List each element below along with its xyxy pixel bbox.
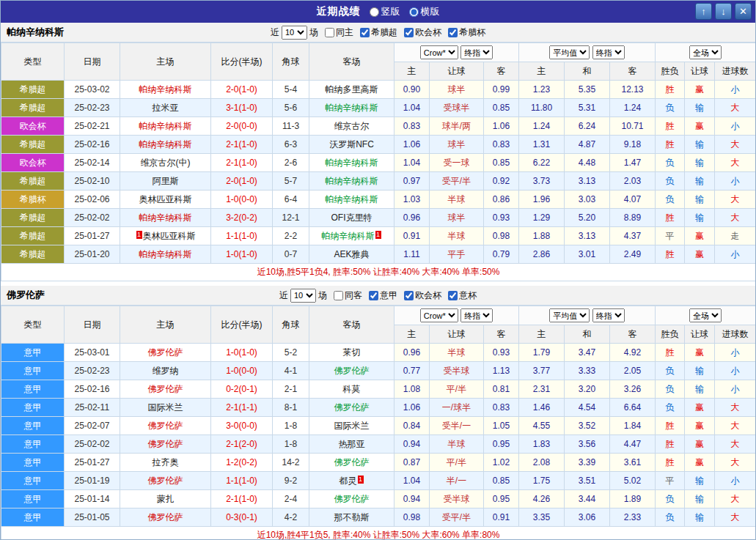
close-button[interactable]: ✕ [735, 3, 752, 20]
away-team-cell[interactable]: OFI克里特 [309, 209, 394, 227]
score-cell[interactable]: 2-1(1-1) [211, 399, 273, 417]
league-filter-checkbox[interactable]: 欧会杯 [404, 26, 441, 39]
score-cell[interactable]: 1-0(1-0) [211, 245, 273, 264]
score-cell[interactable]: 1-0(0-0) [211, 362, 273, 380]
score-cell[interactable]: 2-0(1-0) [211, 172, 273, 191]
away-team-cell[interactable]: 都灵1 [309, 472, 394, 490]
handicap-odds-type-select[interactable]: 终指 [460, 45, 493, 59]
same-venue-checkbox[interactable]: 同主 [325, 26, 353, 39]
away-team-cell[interactable]: 佛罗伦萨 [309, 399, 394, 417]
home-team-cell[interactable]: 奥林匹亚科斯 [120, 191, 211, 209]
match-row: 意甲 25-01-27 拉齐奥 1-2(0-2) 14-2 佛罗伦萨 0.87 … [1, 454, 756, 472]
score-cell[interactable]: 2-1(1-0) [211, 154, 273, 172]
europe-odds-source-select[interactable]: 平均值 [549, 308, 590, 322]
score-cell[interactable]: 0-3(0-1) [211, 508, 273, 527]
bookmaker-select[interactable]: Crow* [420, 308, 458, 322]
score-cell[interactable]: 2-1(2-0) [211, 435, 273, 454]
away-team-cell[interactable]: 帕纳辛纳科斯1 [309, 227, 394, 245]
home-team-cell[interactable]: 1奥林匹亚科斯 [120, 227, 211, 245]
away-team-cell[interactable]: 帕纳辛纳科斯 [309, 154, 394, 172]
away-team-cell[interactable]: 帕纳多里高斯 [309, 81, 394, 99]
away-team-cell[interactable]: 帕纳辛纳科斯 [309, 172, 394, 191]
league-filter-checkbox-input[interactable] [404, 28, 414, 37]
away-team-cell[interactable]: 佛罗伦萨 [309, 490, 394, 508]
match-scope-select[interactable]: 全场 [689, 45, 722, 59]
score-cell[interactable]: 3-2(0-2) [211, 209, 273, 227]
match-count-select[interactable]: 10 [282, 26, 307, 40]
score-cell[interactable]: 2-1(1-0) [211, 136, 273, 154]
same-venue-checkbox[interactable]: 同客 [334, 289, 362, 302]
away-team-cell[interactable]: 帕纳辛纳科斯 [309, 191, 394, 209]
league-filter-checkbox[interactable]: 意甲 [369, 289, 397, 302]
league-filter-checkbox-input[interactable] [404, 291, 414, 300]
scroll-down-button[interactable]: ↓ [715, 3, 732, 20]
home-team-cell[interactable]: 维京古尔(中) [120, 154, 211, 172]
score-cell[interactable]: 0-2(0-1) [211, 380, 273, 399]
home-team-cell[interactable]: 佛罗伦萨 [120, 508, 211, 527]
league-filter-checkbox[interactable]: 欧会杯 [404, 289, 441, 302]
home-handicap-odds: 0.97 [394, 172, 430, 191]
home-team-cell[interactable]: 国际米兰 [120, 399, 211, 417]
home-team-cell[interactable]: 帕纳辛纳科斯 [120, 136, 211, 154]
away-team-cell[interactable]: 国际米兰 [309, 417, 394, 435]
league-filter-checkbox-input[interactable] [448, 291, 458, 300]
home-team-cell[interactable]: 佛罗伦萨 [120, 344, 211, 362]
bookmaker-select[interactable]: Crow* [420, 45, 458, 59]
away-team-cell[interactable]: 沃罗斯NFC [309, 136, 394, 154]
home-team-cell[interactable]: 帕纳辛纳科斯 [120, 245, 211, 264]
away-team-cell[interactable]: 佛罗伦萨 [309, 362, 394, 380]
home-team-cell[interactable]: 帕纳辛纳科斯 [120, 209, 211, 227]
vertical-radio-input[interactable] [370, 7, 379, 17]
home-team-cell[interactable]: 佛罗伦萨 [120, 472, 211, 490]
score-cell[interactable]: 2-0(0-0) [211, 117, 273, 136]
home-team-cell[interactable]: 维罗纳 [120, 362, 211, 380]
away-team-cell[interactable]: 帕纳辛纳科斯 [309, 99, 394, 117]
same-venue-checkbox-input[interactable] [325, 28, 334, 37]
league-filter-checkbox-input[interactable] [360, 28, 370, 37]
layout-radio-vertical[interactable]: 竖版 [370, 5, 400, 18]
europe-odds-type-select[interactable]: 终指 [592, 45, 625, 59]
europe-odds-source-select[interactable]: 平均值 [549, 45, 590, 59]
home-team-cell[interactable]: 拉齐奥 [120, 454, 211, 472]
home-team-cell[interactable]: 拉米亚 [120, 99, 211, 117]
match-count-select[interactable]: 10 [290, 289, 316, 303]
league-filter-checkbox-input[interactable] [448, 28, 458, 37]
score-cell[interactable]: 1-0(1-0) [211, 344, 273, 362]
league-filter-checkbox-input[interactable] [369, 291, 378, 300]
home-team-cell[interactable]: 蒙扎 [120, 490, 211, 508]
away-team-cell[interactable]: 佛罗伦萨 [309, 454, 394, 472]
home-team-cell[interactable]: 阿里斯 [120, 172, 211, 191]
score-cell[interactable]: 2-0(1-0) [211, 81, 273, 99]
same-venue-checkbox-input[interactable] [334, 291, 343, 300]
away-team-cell[interactable]: 热那亚 [309, 435, 394, 454]
europe-odds-type-select[interactable]: 终指 [592, 308, 625, 322]
home-team-cell[interactable]: 佛罗伦萨 [120, 380, 211, 399]
score-cell[interactable]: 1-0(0-0) [211, 191, 273, 209]
score-cell[interactable]: 1-1(1-0) [211, 472, 273, 490]
league-filter-checkbox[interactable]: 意杯 [448, 289, 477, 302]
score-cell[interactable]: 3-0(0-0) [211, 417, 273, 435]
home-team-cell[interactable]: 帕纳辛纳科斯 [120, 81, 211, 99]
score-cell[interactable]: 1-2(0-2) [211, 454, 273, 472]
horizontal-radio-input[interactable] [409, 7, 419, 17]
score-cell[interactable]: 1-1(1-0) [211, 227, 273, 245]
away-team-cell[interactable]: 维京古尔 [309, 117, 394, 136]
home-handicap-odds: 1.03 [394, 191, 430, 209]
corners-cell: 11-3 [273, 117, 309, 136]
away-team-cell[interactable]: 莱切 [309, 344, 394, 362]
score-cell[interactable]: 2-1(1-0) [211, 490, 273, 508]
league-filter-checkbox[interactable]: 希腊杯 [448, 26, 485, 39]
handicap-line: 受一球 [430, 154, 484, 172]
home-team-cell[interactable]: 佛罗伦萨 [120, 435, 211, 454]
layout-radio-horizontal[interactable]: 横版 [409, 5, 440, 18]
home-team-cell[interactable]: 佛罗伦萨 [120, 417, 211, 435]
league-filter-checkbox[interactable]: 希腊超 [360, 26, 397, 39]
away-team-cell[interactable]: 科莫 [309, 380, 394, 399]
away-team-cell[interactable]: AEK雅典 [309, 245, 394, 264]
scroll-up-button[interactable]: ↑ [695, 3, 712, 20]
score-cell[interactable]: 3-1(1-0) [211, 99, 273, 117]
away-team-cell[interactable]: 那不勒斯 [309, 508, 394, 527]
match-scope-select[interactable]: 全场 [689, 308, 722, 322]
home-team-cell[interactable]: 帕纳辛纳科斯 [120, 117, 211, 136]
handicap-odds-type-select[interactable]: 终指 [460, 308, 493, 322]
